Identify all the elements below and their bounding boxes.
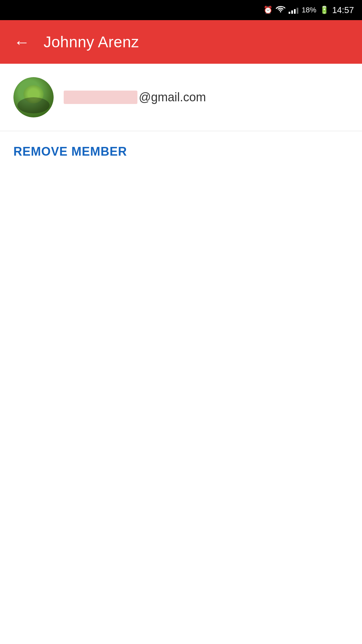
email-container: @gmail.com [64,90,206,104]
battery-percentage: 18% [302,6,316,14]
battery-icon: 🔋 [320,6,329,14]
back-icon: ← [14,33,30,51]
status-icons: ⏰ 18% 🔋 14:57 [263,5,354,15]
email-suffix: @gmail.com [139,90,206,104]
avatar [13,77,54,117]
alarm-icon: ⏰ [263,6,273,14]
page-title: Johnny Arenz [44,33,139,51]
wifi-icon [276,5,285,15]
back-button[interactable]: ← [10,30,34,54]
signal-icon [289,6,298,14]
app-bar: ← Johnny Arenz [0,20,362,64]
main-content: @gmail.com REMOVE MEMBER [0,64,362,172]
avatar-image [13,77,54,117]
status-time: 14:57 [332,5,354,15]
email-redacted-block [64,91,137,104]
profile-section: @gmail.com [0,64,362,131]
status-bar: ⏰ 18% 🔋 14:57 [0,0,362,20]
remove-member-section: REMOVE MEMBER [0,131,362,172]
remove-member-button[interactable]: REMOVE MEMBER [13,145,127,159]
